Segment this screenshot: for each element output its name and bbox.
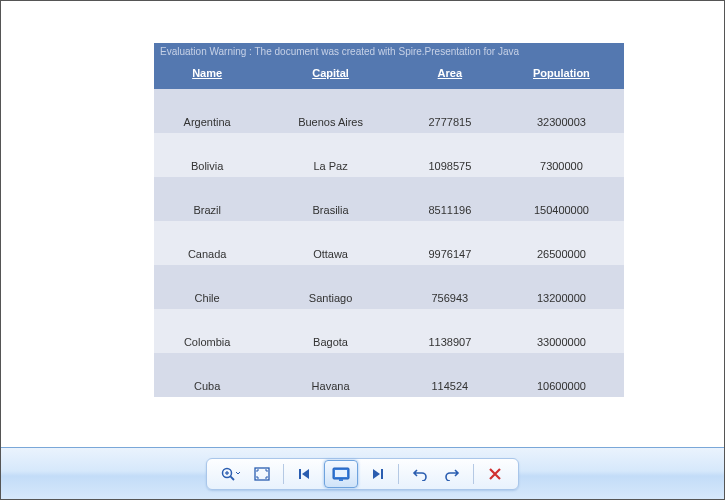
table-row-spacer [154, 265, 624, 286]
svg-line-1 [230, 476, 234, 480]
data-table: Name Capital Area Population ArgentinaBu… [154, 59, 624, 397]
cell-population: 32300003 [499, 110, 624, 133]
cell-capital: Bagota [260, 330, 401, 353]
cell-population: 33000000 [499, 330, 624, 353]
separator [398, 464, 399, 484]
presentation-slide: Evaluation Warning : The document was cr… [154, 43, 624, 397]
cell-name: Canada [154, 242, 260, 265]
cell-area: 2777815 [401, 110, 499, 133]
close-button[interactable] [482, 462, 508, 486]
cell-population: 7300000 [499, 154, 624, 177]
cell-population: 13200000 [499, 286, 624, 309]
table-row: CubaHavana11452410600000 [154, 374, 624, 397]
slideshow-button[interactable] [324, 460, 358, 488]
cell-name: Bolivia [154, 154, 260, 177]
undo-button[interactable] [407, 462, 433, 486]
evaluation-warning: Evaluation Warning : The document was cr… [154, 43, 624, 59]
table-row: BoliviaLa Paz10985757300000 [154, 154, 624, 177]
table-row: CanadaOttawa997614726500000 [154, 242, 624, 265]
toolbar [206, 458, 519, 490]
last-slide-button[interactable] [364, 462, 390, 486]
table-row-spacer [154, 89, 624, 110]
cell-population: 26500000 [499, 242, 624, 265]
bottom-toolbar-area [1, 447, 724, 499]
col-header: Population [499, 59, 624, 89]
svg-rect-7 [335, 470, 347, 477]
table-row-spacer [154, 221, 624, 242]
cell-name: Argentina [154, 110, 260, 133]
zoom-button[interactable] [217, 462, 243, 486]
cell-capital: Brasilia [260, 198, 401, 221]
svg-rect-8 [339, 479, 343, 481]
cell-name: Colombia [154, 330, 260, 353]
table-row: ArgentinaBuenos Aires277781532300003 [154, 110, 624, 133]
cell-capital: Santiago [260, 286, 401, 309]
col-header: Capital [260, 59, 401, 89]
cell-area: 1098575 [401, 154, 499, 177]
cell-name: Chile [154, 286, 260, 309]
col-header: Name [154, 59, 260, 89]
table-row-spacer [154, 133, 624, 154]
redo-button[interactable] [439, 462, 465, 486]
fit-screen-button[interactable] [249, 462, 275, 486]
cell-area: 8511196 [401, 198, 499, 221]
col-header: Area [401, 59, 499, 89]
cell-area: 114524 [401, 374, 499, 397]
cell-population: 10600000 [499, 374, 624, 397]
cell-area: 9976147 [401, 242, 499, 265]
svg-rect-9 [381, 469, 383, 479]
table-row: ColombiaBagota113890733000000 [154, 330, 624, 353]
table-row-spacer [154, 177, 624, 198]
table-row-spacer [154, 309, 624, 330]
table-header-row: Name Capital Area Population [154, 59, 624, 89]
table-row: ChileSantiago75694313200000 [154, 286, 624, 309]
separator [283, 464, 284, 484]
cell-capital: Buenos Aires [260, 110, 401, 133]
cell-population: 150400000 [499, 198, 624, 221]
cell-capital: La Paz [260, 154, 401, 177]
cell-name: Cuba [154, 374, 260, 397]
table-row-spacer [154, 353, 624, 374]
cell-area: 756943 [401, 286, 499, 309]
cell-name: Brazil [154, 198, 260, 221]
svg-rect-5 [299, 469, 301, 479]
first-slide-button[interactable] [292, 462, 318, 486]
cell-area: 1138907 [401, 330, 499, 353]
cell-capital: Havana [260, 374, 401, 397]
separator [473, 464, 474, 484]
cell-capital: Ottawa [260, 242, 401, 265]
table-row: BrazilBrasilia8511196150400000 [154, 198, 624, 221]
document-canvas: Evaluation Warning : The document was cr… [5, 5, 720, 447]
